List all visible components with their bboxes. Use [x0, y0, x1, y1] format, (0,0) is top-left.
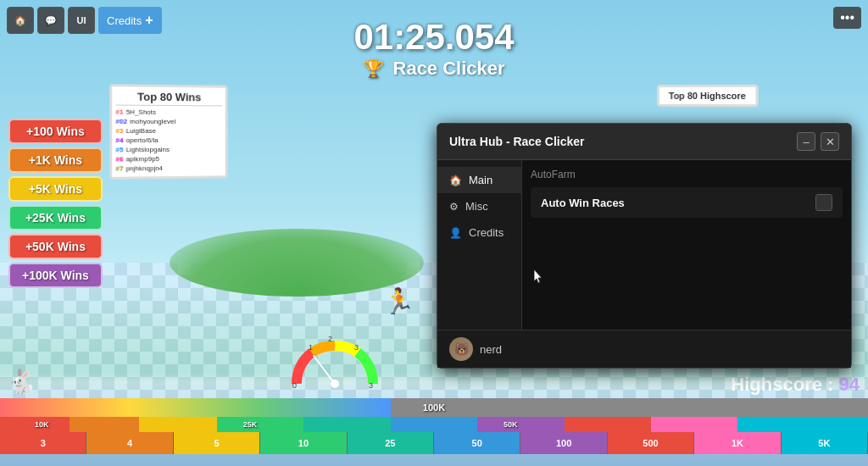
svg-text:3: 3 — [369, 381, 373, 388]
modal-content: AutoFarm Auto Win Races — [522, 160, 851, 330]
progress-label: 100K — [423, 402, 445, 413]
sidebar-nav-misc[interactable]: ⚙Misc — [437, 193, 521, 219]
leaderboard-row: #4operto/6/la — [115, 136, 222, 145]
highscore-display: Highscore : 94 — [731, 374, 860, 396]
top-left-panel: 🏠 💬 UI Credits + — [7, 7, 162, 34]
svg-text:0: 0 — [292, 381, 297, 388]
modal-footer: 🐻 nerd — [437, 330, 851, 368]
leaderboard-row: #3LuigiBase — [115, 126, 222, 136]
leaderboard-row: #02mohyounglevel — [115, 117, 222, 126]
modal-body: 🏠Main⚙Misc👤Credits AutoFarm Auto Win Rac… — [437, 160, 851, 330]
milestone-10k: 10K — [35, 420, 49, 429]
trophy-icon: 🏆 — [363, 59, 384, 78]
autofarm-section-label: AutoFarm — [531, 169, 843, 180]
number-cell: 5 — [174, 432, 260, 454]
main-nav-icon: 🏠 — [449, 175, 462, 186]
win-button[interactable]: +25K Wins — [8, 205, 103, 230]
win-button[interactable]: +1K Wins — [8, 147, 103, 173]
leaderboard-row: #15H_Shots — [115, 108, 222, 118]
misc-nav-icon: ⚙ — [449, 201, 459, 213]
number-row: 3451025501005001K5K — [0, 432, 868, 454]
sidebar-nav-credits[interactable]: 👤Credits — [437, 219, 521, 246]
chat-icon-btn[interactable]: 💬 — [37, 7, 64, 34]
svg-line-0 — [314, 356, 335, 384]
highscore-board: Top 80 Highscore — [657, 85, 759, 107]
number-cell: 1K — [694, 432, 781, 454]
modal-minimize-button[interactable]: – — [797, 132, 815, 151]
number-cell: 10 — [260, 432, 347, 454]
progress-bar-fill — [0, 398, 391, 417]
username-label: nerd — [480, 343, 502, 356]
leaderboard-title: Top 80 Wins — [115, 90, 222, 106]
credits-button[interactable]: Credits + — [98, 7, 162, 34]
win-button[interactable]: +100K Wins — [8, 263, 103, 288]
highscore-board-title: Top 80 Highscore — [663, 91, 753, 101]
game-character: 🏃 — [381, 275, 415, 326]
modal-title: Ultra Hub - Race Clicker — [449, 135, 585, 148]
leaderboard-row: #5Lightslopgains — [115, 145, 222, 155]
game-title: 🏆 Race Clicker — [353, 58, 514, 80]
credits-label: Credits — [107, 14, 142, 27]
ui-icon-btn[interactable]: UI — [68, 7, 95, 34]
milestone-50k: 50K — [504, 420, 518, 429]
win-button[interactable]: +100 Wins — [8, 119, 103, 144]
number-cell: 4 — [86, 432, 173, 454]
timer-display: 01:25.054 — [353, 17, 514, 58]
timer-container: 01:25.054 🏆 Race Clicker — [353, 17, 514, 80]
menu-dots-button[interactable]: ••• — [833, 7, 861, 29]
svg-text:3: 3 — [354, 343, 359, 352]
user-avatar: 🐻 — [449, 337, 473, 361]
progress-bar: 100K — [0, 398, 868, 417]
modal-controls: – ✕ — [797, 132, 839, 151]
leaderboard-row: #7pnjhknqpjn4 — [115, 163, 222, 173]
milestone-25k: 25K — [243, 420, 258, 429]
highscore-label: Highscore : — [731, 374, 833, 395]
pet-icon: 🐇 — [7, 368, 36, 396]
svg-point-1 — [331, 380, 339, 388]
svg-text:2: 2 — [328, 335, 332, 343]
win-button[interactable]: +5K Wins — [8, 176, 103, 202]
leaderboard-board: Top 80 Wins #15H_Shots#02mohyounglevel#3… — [109, 84, 227, 180]
auto-win-checkbox[interactable] — [815, 194, 832, 211]
highscore-value: 94 — [839, 374, 860, 395]
number-cell: 25 — [348, 432, 434, 454]
auto-win-label: Auto Win Races — [541, 197, 625, 209]
modal-header: Ultra Hub - Race Clicker – ✕ — [437, 124, 851, 160]
number-cell: 500 — [608, 432, 694, 454]
auto-win-row[interactable]: Auto Win Races — [531, 187, 843, 218]
sidebar-nav-main[interactable]: 🏠Main — [437, 167, 521, 193]
speed-meter: 0 2 3 1 3 — [288, 329, 381, 391]
win-buttons-panel: +100 Wins+1K Wins+5K Wins+25K Wins+50K W… — [8, 119, 103, 288]
milestone-bar: 10K 25K 50K — [0, 417, 868, 432]
ultra-hub-modal: Ultra Hub - Race Clicker – ✕ 🏠Main⚙Misc👤… — [437, 123, 852, 369]
number-cell: 3 — [0, 432, 86, 454]
home-icon-btn[interactable]: 🏠 — [7, 7, 34, 34]
number-cell: 50 — [434, 432, 520, 454]
svg-text:1: 1 — [309, 343, 313, 352]
modal-close-button[interactable]: ✕ — [821, 132, 839, 151]
modal-sidebar: 🏠Main⚙Misc👤Credits — [437, 160, 522, 330]
credits-nav-icon: 👤 — [449, 227, 462, 239]
win-button[interactable]: +50K Wins — [8, 234, 103, 259]
number-cell: 5K — [782, 432, 868, 454]
credits-plus: + — [145, 13, 153, 28]
bottom-bars: 100K 10K 25K 50K 3451025501005001K5K — [0, 398, 868, 466]
number-cell: 100 — [520, 432, 607, 454]
